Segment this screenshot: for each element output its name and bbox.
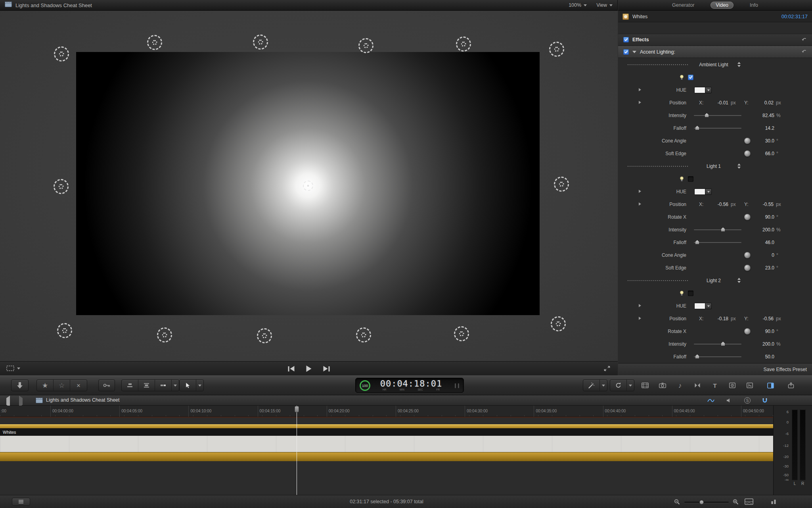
light-select-popup[interactable]: Light 2: [691, 278, 736, 283]
accent-reset-button[interactable]: [801, 49, 807, 54]
connect-edit-button[interactable]: [122, 380, 138, 391]
previous-frame-button[interactable]: [288, 366, 295, 371]
light-position-handle[interactable]: [253, 35, 268, 50]
save-effects-preset-button[interactable]: Save Effects Preset: [763, 367, 807, 372]
value-slider[interactable]: [694, 356, 741, 357]
slider-thumb[interactable]: [695, 240, 699, 244]
x-value[interactable]: -0.56: [703, 202, 728, 207]
light-select-popup[interactable]: Ambient Light: [691, 62, 736, 67]
param-value[interactable]: 46.0: [742, 240, 774, 245]
accent-lighting-header[interactable]: Accent Lighting:: [618, 46, 812, 58]
param-value[interactable]: 90.0: [742, 329, 774, 334]
hue-color-well[interactable]: [694, 303, 712, 309]
media-browser-button[interactable]: [638, 380, 653, 391]
effects-reset-button[interactable]: [801, 37, 807, 42]
light-position-handle[interactable]: [54, 179, 69, 194]
inspector-tab-info[interactable]: Info: [745, 2, 763, 9]
next-frame-button[interactable]: [324, 366, 330, 371]
param-value[interactable]: 23.0: [742, 265, 774, 271]
skimming-toggle[interactable]: [706, 396, 716, 404]
param-value[interactable]: 30.0: [742, 138, 774, 144]
value-slider[interactable]: [694, 229, 741, 230]
timeline-clip-whites[interactable]: Whites: [0, 424, 773, 461]
retime-button[interactable]: [610, 380, 627, 391]
value-slider[interactable]: [694, 115, 741, 116]
enhancements-dropdown[interactable]: [600, 380, 607, 391]
titles-browser-button[interactable]: T: [707, 380, 722, 391]
viewer-zoom-menu[interactable]: 100%: [569, 2, 587, 8]
insert-edit-button[interactable]: [138, 380, 155, 391]
slider-thumb[interactable]: [705, 113, 709, 117]
color-dropdown[interactable]: [705, 303, 712, 309]
playhead-handle[interactable]: [295, 406, 299, 412]
light-position-handle[interactable]: [456, 37, 471, 52]
param-value[interactable]: 82.45: [742, 113, 774, 118]
hue-color-well[interactable]: [694, 87, 712, 93]
timeline-back-button[interactable]: [6, 398, 10, 405]
light-position-handle[interactable]: [454, 326, 469, 341]
zoom-slider[interactable]: [684, 502, 729, 503]
zoom-in-icon[interactable]: [733, 499, 739, 506]
y-value[interactable]: -0.55: [748, 202, 774, 207]
play-button[interactable]: [306, 366, 312, 372]
param-value[interactable]: 0: [742, 252, 774, 258]
transitions-browser-button[interactable]: [690, 380, 705, 391]
color-swatch[interactable]: [694, 87, 705, 93]
expand-viewer-icon[interactable]: [603, 366, 611, 373]
param-value[interactable]: 200.0: [742, 341, 774, 347]
slider-thumb[interactable]: [721, 342, 725, 346]
keyword-editor-button[interactable]: [98, 379, 115, 391]
popup-stepper-icon[interactable]: [737, 278, 741, 283]
slider-thumb[interactable]: [721, 227, 725, 231]
light-position-handle[interactable]: [551, 316, 566, 331]
light-position-handle[interactable]: [147, 35, 162, 50]
light-select-popup[interactable]: Light 1: [691, 164, 736, 169]
share-button[interactable]: [783, 380, 799, 391]
clip-appearance-button[interactable]: [745, 498, 753, 506]
audio-skimming-toggle[interactable]: [724, 396, 734, 404]
light-position-handle[interactable]: [549, 42, 564, 57]
value-slider[interactable]: [694, 242, 741, 243]
light-center-handle[interactable]: [303, 181, 313, 191]
project-title[interactable]: Lights and Shadows Cheat Sheet: [46, 397, 120, 403]
x-value[interactable]: -0.18: [703, 316, 728, 321]
timeline-tracks[interactable]: Whites: [0, 417, 773, 495]
background-tasks-indicator[interactable]: 100: [360, 380, 370, 391]
timecode-display[interactable]: 00:04:18:01: [376, 379, 446, 389]
zoom-out-icon[interactable]: [674, 499, 680, 506]
themes-browser-button[interactable]: [742, 380, 757, 391]
slider-thumb[interactable]: [695, 354, 699, 358]
param-value[interactable]: 50.0: [742, 354, 774, 360]
zoom-slider-thumb[interactable]: [699, 500, 704, 504]
light-position-handle[interactable]: [157, 327, 172, 343]
param-value[interactable]: 200.0: [742, 227, 774, 233]
edit-options-dropdown[interactable]: [172, 380, 179, 391]
solo-toggle[interactable]: S: [742, 396, 753, 404]
color-swatch[interactable]: [694, 189, 705, 195]
music-browser-button[interactable]: ♪: [672, 380, 688, 391]
param-value[interactable]: 90.0: [742, 214, 774, 220]
retime-dropdown[interactable]: [627, 380, 634, 391]
color-swatch[interactable]: [694, 303, 705, 309]
light-position-handle[interactable]: [356, 327, 371, 343]
light-position-handle[interactable]: [358, 38, 373, 53]
param-value[interactable]: 14.2: [742, 125, 774, 131]
value-slider[interactable]: [694, 344, 741, 344]
playhead[interactable]: [297, 406, 297, 495]
popup-stepper-icon[interactable]: [737, 62, 741, 67]
param-value[interactable]: 66.0: [742, 151, 774, 156]
x-value[interactable]: -0.01: [703, 100, 728, 106]
accent-disclosure-triangle[interactable]: [632, 51, 636, 53]
reject-button[interactable]: ×: [70, 380, 87, 391]
effects-section-header[interactable]: Effects: [618, 34, 812, 46]
effects-enable-checkbox[interactable]: [623, 37, 629, 42]
dashboard[interactable]: 100 00:04:18:01 HRMINSECFR: [355, 378, 464, 393]
timeline-ruler[interactable]: :0000:04:00:0000:04:05:0000:04:10:0000:0…: [0, 406, 773, 417]
inspector-tab-video[interactable]: Video: [710, 2, 733, 9]
snapping-toggle[interactable]: [760, 396, 770, 404]
light-position-handle[interactable]: [57, 323, 72, 338]
audio-meters-button[interactable]: [771, 499, 776, 506]
enhancements-button[interactable]: [583, 380, 600, 391]
light-enable-checkbox[interactable]: [688, 176, 693, 182]
unrate-button[interactable]: ☆: [54, 380, 70, 391]
